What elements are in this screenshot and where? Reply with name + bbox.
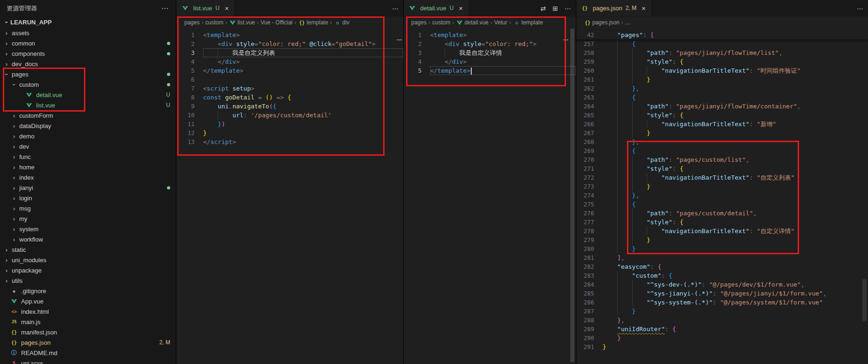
tree-item-login[interactable]: ›login (0, 193, 176, 203)
tree-item-system[interactable]: ›system (0, 224, 176, 234)
code-line[interactable]: 8const goDetail = () => { (177, 93, 403, 102)
tree-item-my[interactable]: ›my (0, 213, 176, 224)
code-line[interactable]: 1<template> (177, 30, 403, 39)
code-line[interactable]: 279 } (576, 235, 868, 244)
breadcrumb-item-template[interactable]: ◇template (513, 19, 543, 26)
scrollbar[interactable] (570, 29, 574, 362)
code-line[interactable]: 3 我是自定义列表 (177, 48, 403, 57)
breadcrumb-item-custom[interactable]: custom (205, 19, 224, 26)
code-line[interactable]: 3 我是自定义详情 (404, 48, 576, 57)
code-line[interactable]: 1<template> (404, 30, 576, 39)
code-editor-list[interactable]: 1<template>2 <div style="color: red;" @c… (177, 29, 403, 146)
code-line[interactable]: 276 "path": "pages/custom/detail", (576, 209, 868, 218)
code-line[interactable]: 5</template> (177, 66, 403, 75)
code-editor-detail[interactable]: 1<template>2 <div style="color: red;">3 … (404, 29, 576, 75)
code-line[interactable]: 261 } (576, 75, 868, 84)
code-line[interactable]: 257 { (576, 39, 868, 48)
code-line[interactable]: 266 "navigationBarTitleText": "新增" (576, 120, 868, 129)
code-line[interactable]: 9 uni.navigateTo({ (177, 102, 403, 111)
code-line[interactable]: 282 "easycom": { (576, 262, 868, 271)
close-icon[interactable]: × (459, 5, 463, 12)
code-line[interactable]: 280 } (576, 244, 868, 253)
tree-item-func[interactable]: ›func (0, 152, 176, 162)
close-icon[interactable]: × (225, 5, 229, 12)
scrollbar[interactable] (862, 279, 867, 321)
code-line[interactable]: 286 "^sys-system-(.*)": "@/pages/system/… (576, 298, 868, 307)
tree-item-msg[interactable]: ›msg (0, 203, 176, 213)
more-actions-icon[interactable]: ⋯ (565, 5, 571, 12)
code-line[interactable]: 278 "navigationBarTitleText": "自定义详情" (576, 227, 868, 235)
tree-item-custom[interactable]: ›custom (0, 79, 176, 90)
code-line[interactable]: 287 } (576, 307, 868, 316)
sticky-line[interactable]: 42 "pages": [ (576, 30, 868, 39)
tree-item-customForm[interactable]: ›customForm (0, 110, 176, 121)
tree-item-utils[interactable]: ›utils (0, 275, 176, 286)
code-line[interactable]: 272 "navigationBarTitleText": "自定义列表" (576, 173, 868, 182)
close-icon[interactable]: × (642, 5, 646, 12)
more-actions-icon[interactable]: ⋯ (161, 4, 168, 13)
tree-item-manifest.json[interactable]: {}manifest.json (0, 327, 176, 337)
code-line[interactable]: 11 }) (177, 120, 403, 129)
code-line[interactable]: 4 </div> (177, 57, 403, 66)
tree-item-.gitignore[interactable]: ◆.gitignore (0, 286, 176, 296)
compare-icon[interactable]: ⇄ (541, 5, 546, 12)
tree-item-dev[interactable]: ›dev (0, 141, 176, 152)
tree-item-index[interactable]: ›index (0, 172, 176, 182)
code-line[interactable]: 274 }, (576, 191, 868, 200)
tree-item-pages[interactable]: ›pages (0, 69, 176, 79)
code-line[interactable]: 281 ], (576, 253, 868, 262)
code-line[interactable]: 283 "custom": { (576, 271, 868, 280)
code-line[interactable]: 270 "path": "pages/custom/list", (576, 155, 868, 164)
tree-item-static[interactable]: ›static (0, 244, 176, 255)
code-line[interactable]: 271 "style": { (576, 164, 868, 173)
code-line[interactable]: 264 "path": "pages/jianyi/flowTime/conta… (576, 102, 868, 111)
tree-item-main.js[interactable]: JSmain.js (0, 317, 176, 327)
code-line[interactable]: 6 (177, 75, 403, 84)
breadcrumb-item-list.vue[interactable]: list.vue (229, 19, 255, 26)
code-line[interactable]: 5</template> (404, 66, 576, 75)
tree-item-list.vue[interactable]: list.vueU (0, 100, 176, 110)
tree-item-workflow[interactable]: ›workflow (0, 234, 176, 244)
code-line[interactable]: 265 "style": { (576, 111, 868, 120)
tree-item-dev_docs[interactable]: ›dev_docs (0, 59, 176, 69)
code-line[interactable]: 262 }, (576, 84, 868, 93)
tree-item-jianyi[interactable]: ›jianyi (0, 182, 176, 193)
tree-item-README.md[interactable]: ⓘREADME.md (0, 348, 176, 358)
code-line[interactable]: 2 <div style="color: red;"> (404, 39, 576, 48)
workspace-root[interactable]: › LEARUN_APP (0, 16, 176, 28)
tree-item-pages.json[interactable]: {}pages.json2, M (0, 337, 176, 348)
tab-detail.vue[interactable]: detail.vueU× (404, 0, 468, 16)
code-line[interactable]: 284 "^sys-dev-(.*)": "@/pages/dev/$1/for… (576, 280, 868, 289)
code-line[interactable]: 263 { (576, 93, 868, 102)
code-line[interactable]: 4 </div> (404, 57, 576, 66)
breadcrumb-item-Vue-Official[interactable]: Vue - Official (261, 19, 293, 26)
tree-item-App.vue[interactable]: App.vue (0, 296, 176, 306)
code-line[interactable]: 277 "style": { (576, 218, 868, 227)
breadcrumb-item-pages[interactable]: pages (411, 19, 427, 26)
code-line[interactable]: 13</script> (177, 137, 403, 146)
tab-list.vue[interactable]: list.vueU× (177, 0, 234, 16)
split-editor-icon[interactable]: ⊞ (552, 5, 558, 12)
code-line[interactable]: 7<script setup> (177, 84, 403, 93)
tree-item-index.html[interactable]: <>index.html (0, 306, 176, 317)
breadcrumb-item-detail.vue[interactable]: detail.vue (456, 19, 488, 26)
tree-item-unpackage[interactable]: ›unpackage (0, 265, 176, 275)
code-line[interactable]: 275 { (576, 200, 868, 209)
code-line[interactable]: 269 { (576, 146, 868, 155)
code-line[interactable]: 285 "^sys-jianyi-(.*)": "@/pages/jianyi/… (576, 289, 868, 298)
breadcrumb-item-template[interactable]: {}template (298, 19, 328, 26)
code-line[interactable]: 291} (576, 342, 868, 351)
code-line[interactable]: 2 <div style="color: red;" @click="goDet… (177, 39, 403, 48)
tab-pages.json[interactable]: {}pages.json2, M× (576, 0, 651, 16)
code-line[interactable]: 289 "uniIdRouter": { (576, 325, 868, 334)
tree-item-dataDisplay[interactable]: ›dataDisplay (0, 121, 176, 131)
more-actions-icon[interactable]: ⋯ (392, 5, 399, 12)
tree-item-home[interactable]: ›home (0, 162, 176, 172)
code-line[interactable]: 260 "navigationBarTitleText": "时间组件验证" (576, 66, 868, 75)
code-line[interactable]: 288 }, (576, 316, 868, 325)
tree-item-assets[interactable]: ›assets (0, 28, 176, 38)
code-line[interactable]: 273 } (576, 182, 868, 191)
breadcrumb-item-pages[interactable]: pages (184, 19, 200, 26)
code-line[interactable]: 12} (177, 129, 403, 137)
code-line[interactable]: 258 "path": "pages/jianyi/flowTime/list"… (576, 48, 868, 57)
